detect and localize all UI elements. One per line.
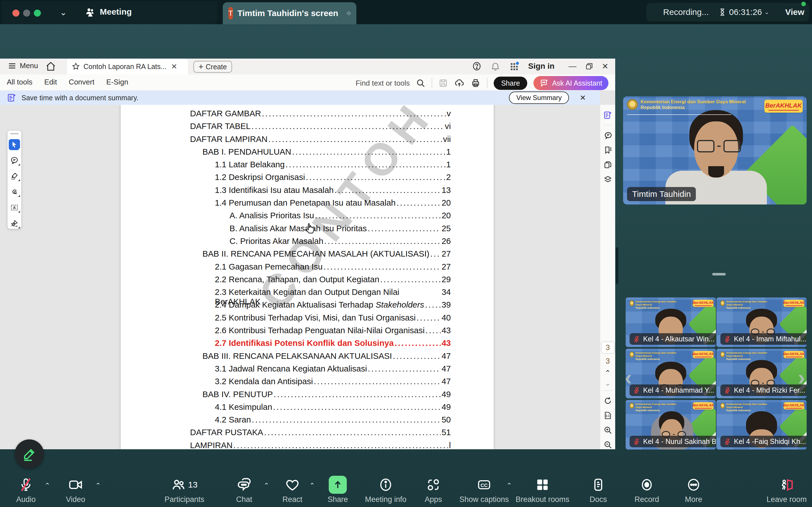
quick-tools-panel: A: [7, 130, 21, 229]
select-tool[interactable]: [9, 139, 20, 150]
video-tile-participant[interactable]: Kementerian Energi dan Sumber Daya Miner…: [626, 400, 716, 450]
drag-handle[interactable]: [10, 133, 18, 134]
document-close-icon[interactable]: ✕: [171, 62, 177, 71]
show-captions-button[interactable]: CC Show captions ⌃: [453, 476, 515, 504]
text-box-tool[interactable]: A: [9, 202, 20, 213]
actual-size-tool[interactable]: 1:1: [603, 411, 613, 420]
next-page-button[interactable]: ⌄: [605, 380, 611, 386]
video-chevron[interactable]: ⌃: [95, 482, 101, 490]
participant-name-label: Kel 4 - Alkautsar Win...: [629, 333, 716, 345]
share-document-button[interactable]: Share: [494, 76, 527, 90]
tab-meeting-label: Meeting: [100, 7, 132, 17]
window-close-button[interactable]: [12, 10, 19, 17]
star-icon[interactable]: [71, 62, 80, 71]
tab-screen-share[interactable]: T Timtim Tauhidin's screen: [223, 2, 356, 24]
layers-icon: [603, 175, 612, 184]
rotate-icon: [603, 396, 612, 405]
recording-label: Recording...: [663, 7, 709, 17]
page-total: 3: [606, 357, 610, 365]
grid-prev-chevron[interactable]: ‹: [625, 365, 632, 390]
timer-chevron-icon[interactable]: ⌄: [764, 8, 769, 16]
video-tile-participant[interactable]: Kementerian Energi dan Sumber Daya Miner…: [716, 297, 807, 347]
more-button[interactable]: More: [663, 476, 725, 504]
meeting-timer[interactable]: 06:31:26 ⌄: [718, 7, 769, 17]
sign-tool[interactable]: [9, 218, 20, 229]
page-number-input[interactable]: 3: [601, 342, 615, 353]
home-icon[interactable]: [45, 61, 56, 72]
zoom-in-tool[interactable]: [603, 426, 613, 435]
search-icon[interactable]: [416, 78, 425, 88]
tab-screen-share-label: Timtim Tauhidin's screen: [238, 8, 338, 18]
draw-tool[interactable]: [9, 186, 20, 197]
view-summary-button[interactable]: View Summary: [509, 92, 569, 104]
tab-options-icon[interactable]: [347, 8, 351, 19]
cloud-upload-icon[interactable]: [454, 78, 464, 88]
toc-entry: 1.1 Latar Belakang1: [190, 160, 451, 172]
nav-convert[interactable]: Convert: [69, 78, 94, 87]
document-title: Contoh Laporan RA Lats...: [84, 62, 167, 71]
leave-room-button[interactable]: Leave room: [756, 476, 812, 504]
panel-resize-handle[interactable]: [712, 273, 726, 276]
highlight-tool[interactable]: [9, 171, 20, 182]
video-tile-participant[interactable]: Kementerian Energi dan Sumber Daya Miner…: [626, 297, 716, 347]
video-tile-participant[interactable]: Kementerian Energi dan Sumber Daya Miner…: [716, 400, 807, 450]
save-icon[interactable]: [439, 78, 448, 88]
comment-tool[interactable]: [9, 155, 20, 166]
pages-icon: [603, 160, 612, 169]
breakout-rooms-button[interactable]: Breakout rooms: [511, 476, 573, 504]
participants-icon: 13: [153, 476, 215, 493]
ask-ai-assistant-button[interactable]: Ask AI Assistant: [534, 76, 608, 90]
muted-mic-icon: [724, 387, 731, 394]
acrobat-menu-button[interactable]: Menu: [8, 61, 38, 70]
comments-panel-tool[interactable]: [603, 131, 613, 140]
close-icon[interactable]: ✕: [602, 62, 608, 71]
pencil-icon: [21, 446, 37, 462]
nav-esign[interactable]: E-Sign: [106, 78, 128, 87]
nav-all-tools[interactable]: All tools: [7, 78, 33, 87]
sign-in-button[interactable]: Sign in: [528, 62, 554, 71]
document-summary-banner: Save time with a document summary. View …: [0, 91, 600, 105]
more-icon: [663, 476, 725, 493]
ai-summary-tool[interactable]: [603, 110, 613, 120]
previous-page-button[interactable]: ⌃: [605, 370, 611, 376]
help-icon[interactable]: [472, 61, 482, 71]
toc-entry: DAFTAR LAMPIRANvii: [190, 134, 451, 147]
apps-waffle-icon[interactable]: [509, 61, 520, 71]
table-of-contents: DAFTAR GAMBARvDAFTAR TABELviDAFTAR LAMPI…: [190, 109, 451, 449]
nav-edit[interactable]: Edit: [44, 78, 57, 87]
window-edge-handle[interactable]: [616, 247, 618, 284]
summary-banner-text: Save time with a document summary.: [21, 94, 139, 102]
annotate-button[interactable]: [15, 439, 44, 469]
svg-text:1:1: 1:1: [606, 414, 610, 417]
window-zoom-button[interactable]: [34, 10, 41, 17]
view-button[interactable]: View: [785, 7, 804, 17]
summary-close-icon[interactable]: ✕: [580, 94, 586, 102]
find-input[interactable]: Find text or tools: [356, 79, 410, 88]
toc-entry: BAB III. RENCANA PELAKSANAAN AKTUALISASI…: [190, 351, 451, 364]
zoom-out-tool[interactable]: [603, 440, 613, 449]
ai-summary-icon: [7, 93, 17, 103]
minimize-icon[interactable]: —: [569, 62, 576, 71]
bookmark-icon: [603, 146, 612, 155]
video-tile-participant[interactable]: Kementerian Energi dan Sumber Daya Miner…: [626, 349, 716, 398]
pages-panel-tool[interactable]: [603, 160, 613, 169]
print-icon[interactable]: [470, 78, 481, 88]
document-tab[interactable]: Contoh Laporan RA Lats... ✕: [67, 59, 188, 74]
video-button[interactable]: Video ⌃: [45, 476, 107, 504]
participant-name-label: Kel 4 -Faiq Shidqi Kh...: [720, 436, 807, 447]
video-tile-speaker[interactable]: Kementerian Energi dan Sumber Daya Miner…: [623, 96, 807, 205]
tab-meeting[interactable]: Meeting: [85, 6, 132, 17]
grid-next-chevron[interactable]: ›: [798, 365, 805, 390]
rotate-page-tool[interactable]: [603, 396, 613, 405]
bookmarks-panel-tool[interactable]: [603, 146, 613, 155]
layers-panel-tool[interactable]: [603, 175, 613, 184]
notifications-bell-icon[interactable]: [490, 61, 500, 71]
window-minimize-button[interactable]: [23, 10, 30, 17]
meeting-titlebar: ⌄ Meeting T Timtim Tauhidin's screen Re: [0, 0, 812, 24]
collapse-chevron-icon[interactable]: ⌄: [60, 7, 67, 17]
muted-mic-icon: [633, 335, 640, 343]
create-tab-button[interactable]: + Create: [193, 61, 232, 73]
restore-icon[interactable]: [585, 62, 594, 70]
video-tile-participant[interactable]: Kementerian Energi dan Sumber Daya Miner…: [716, 349, 807, 398]
participants-button[interactable]: 13 Participants: [153, 476, 215, 504]
